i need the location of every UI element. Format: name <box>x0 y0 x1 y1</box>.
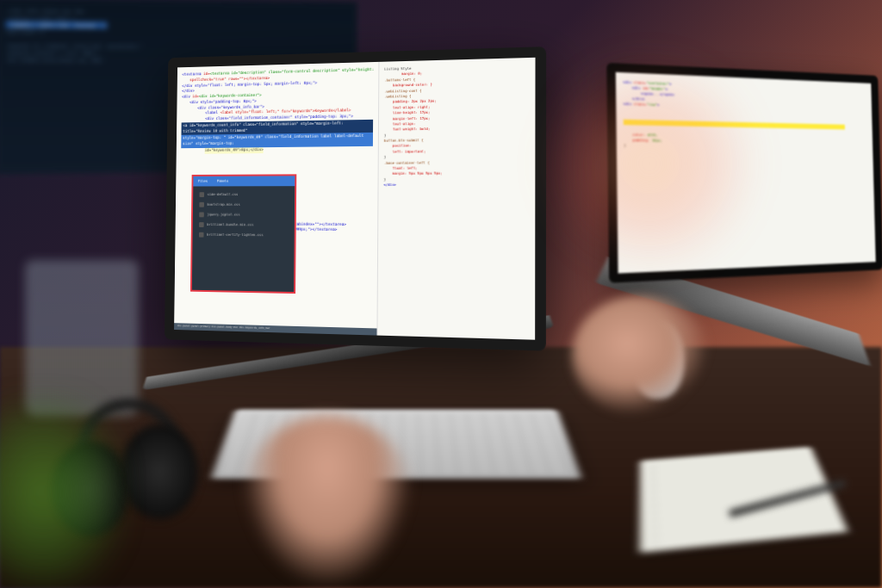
file-item[interactable]: jquery.jqplot.css <box>196 210 292 220</box>
file-popup-tabs: Files Panels <box>193 176 295 186</box>
headphone-earcup <box>121 424 198 519</box>
tab-panels[interactable]: Panels <box>217 179 228 184</box>
css-file-icon <box>199 232 204 238</box>
second-laptop-screen: <div class="container"> <div id="header"… <box>606 63 882 283</box>
file-item[interactable]: brilliant.bundle.min.css <box>196 220 291 230</box>
html-editor-pane[interactable]: <textarea id=<textarea id="description" … <box>174 62 378 336</box>
css-file-icon <box>199 222 204 227</box>
code-editor-window[interactable]: <textarea id=<textarea id="description" … <box>165 46 546 351</box>
code-line: id="keywords_49">8px;</div> <box>181 146 373 154</box>
tab-files[interactable]: Files <box>198 179 208 184</box>
breadcrumb-status-bar: div.panel.panel-primary div.panel-body d… <box>174 323 376 335</box>
css-file-icon <box>199 202 204 207</box>
css-file-icon <box>199 212 204 217</box>
plant-foreground-blur <box>0 399 121 588</box>
water-glass <box>26 261 138 416</box>
highlighted-code-line <box>624 120 845 130</box>
file-list: side-default.css bootstrap.min.css jquer… <box>193 186 295 244</box>
file-item[interactable]: brilliant-certify-lighten.css <box>196 230 291 241</box>
hand-on-mouse <box>572 295 710 416</box>
css-file-icon <box>200 192 205 197</box>
file-browser-popup[interactable]: Files Panels side-default.css bootstrap.… <box>190 174 296 294</box>
css-rule: </div> <box>384 183 530 189</box>
second-laptop: <div class="container"> <div id="header"… <box>606 63 882 283</box>
hand-on-keyboard <box>241 416 413 588</box>
css-editor-pane[interactable]: Listing Style margin: 0; .bottoms-left {… <box>377 58 536 340</box>
file-item[interactable]: side-default.css <box>196 189 292 200</box>
main-laptop: <textarea id=<textarea id="description" … <box>165 46 546 351</box>
file-item[interactable]: bootstrap.min.css <box>196 200 292 210</box>
